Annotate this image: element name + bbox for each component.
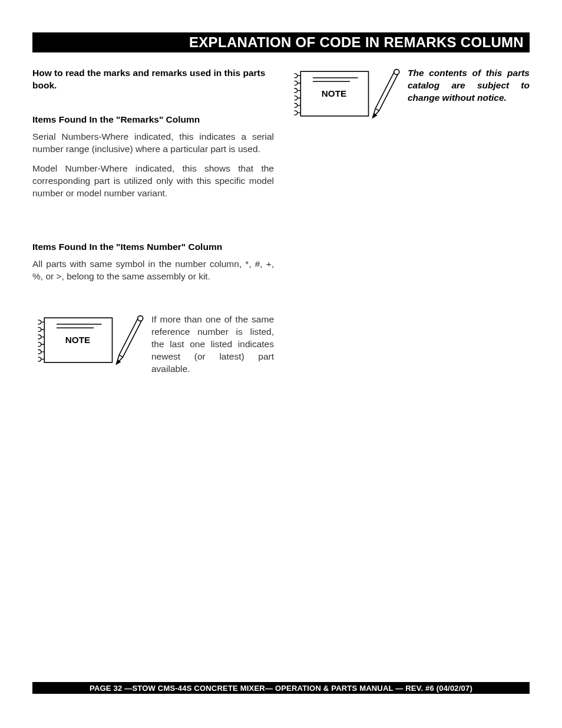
section1-p2: Model Number-Where indicated, this shows… (32, 163, 274, 200)
note-block-1: NOTE If more than one of the same refere… (32, 314, 274, 375)
note-label-2: NOTE (322, 88, 346, 98)
note2-text: The contents of this parts catalog are s… (408, 67, 530, 104)
note-icon-box-1: NOTE (32, 314, 144, 369)
notepad-pencil-icon: NOTE (32, 314, 144, 367)
footer-text: PAGE 32 —STOW CMS-44S CONCRETE MIXER— OP… (90, 684, 472, 693)
section1-heading: Items Found In the "Remarks" Column (32, 114, 274, 125)
notepad-pencil-icon: NOTE (289, 67, 401, 120)
svg-point-9 (394, 70, 399, 75)
footer-bar: PAGE 32 —STOW CMS-44S CONCRETE MIXER— OP… (32, 682, 530, 694)
content-columns: How to read the marks and remarks used i… (32, 67, 530, 387)
note-label-1: NOTE (65, 335, 90, 345)
note-block-2: NOTE The contents of this parts catalog … (289, 67, 530, 123)
section1-p1: Serial Numbers-Where indicated, this ind… (32, 131, 274, 156)
page-title-bar: EXPLANATION OF CODE IN REMARKS COLUMN (32, 32, 530, 52)
note-icon-box-2: NOTE (289, 67, 401, 123)
section2-p1: All parts with same symbol in the number… (32, 258, 274, 283)
page-title: EXPLANATION OF CODE IN REMARKS COLUMN (189, 34, 524, 51)
left-column: How to read the marks and remarks used i… (32, 67, 274, 387)
section2-heading: Items Found In the "Items Number" Column (32, 242, 274, 252)
note1-text: If more than one of the same reference n… (151, 314, 274, 375)
svg-point-4 (138, 316, 143, 321)
right-column: NOTE The contents of this parts catalog … (289, 67, 530, 387)
intro-text: How to read the marks and remarks used i… (32, 67, 274, 92)
